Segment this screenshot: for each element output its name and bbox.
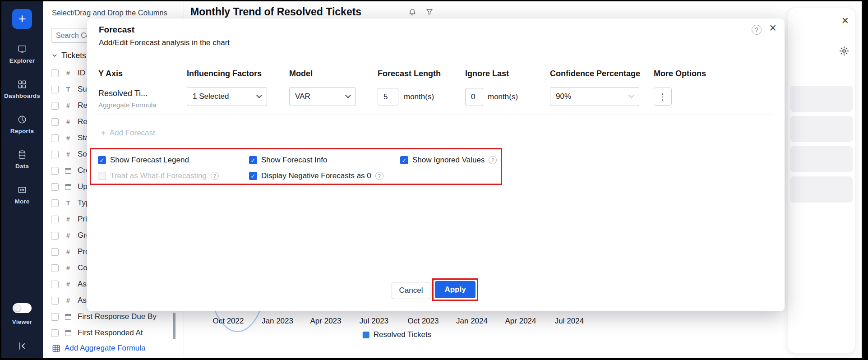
number-icon: #	[63, 151, 73, 158]
column-header: Forecast Length	[378, 69, 441, 78]
column-checkbox[interactable]	[51, 86, 59, 93]
settings-item-placeholder[interactable]	[790, 86, 853, 112]
sidebar-item-reports[interactable]: Reports	[4, 115, 40, 134]
checkbox[interactable]	[98, 172, 106, 180]
help-icon[interactable]: ?	[211, 172, 219, 180]
column-checkbox[interactable]	[51, 167, 59, 175]
column-checkbox[interactable]	[51, 313, 59, 321]
column-label: Up	[78, 182, 88, 191]
help-icon[interactable]: ?	[375, 172, 383, 180]
more-icon	[17, 185, 27, 195]
settings-item-placeholder[interactable]	[790, 176, 853, 203]
sidebar-item-label: More	[14, 198, 29, 205]
column-label: Re	[78, 101, 88, 110]
forecast-length-unit: month(s)	[404, 92, 434, 102]
column-checkbox[interactable]	[51, 199, 59, 207]
dashboards-icon	[17, 79, 27, 89]
close-icon[interactable]: ×	[769, 22, 776, 34]
settings-item-placeholder[interactable]	[790, 116, 853, 142]
confidence-percentage-select[interactable]: 90%	[550, 87, 639, 106]
sidebar-item-explorer[interactable]: Explorer	[4, 44, 40, 64]
close-panel-icon[interactable]: ×	[842, 14, 849, 26]
column-checkbox[interactable]	[51, 297, 59, 305]
add-aggregate-formula-button[interactable]: Add Aggregate Formula	[43, 339, 183, 358]
legend-label: Resolved Tickets	[374, 330, 432, 339]
chevron-down-icon	[345, 92, 351, 98]
filter-icon[interactable]	[425, 8, 434, 18]
number-icon: #	[63, 69, 73, 77]
column-header: Model	[289, 69, 313, 78]
sidebar-nav: Explorer Dashboards Reports Data More	[4, 29, 40, 205]
column-header: More Options	[654, 69, 706, 78]
viewer-toggle[interactable]	[13, 303, 32, 313]
checkbox[interactable]: ✓	[400, 156, 408, 164]
forecast-option-3[interactable]: ✓ Show Ignored Values ?	[400, 155, 497, 166]
settings-panel-list	[790, 86, 853, 203]
column-checkbox[interactable]	[51, 118, 59, 126]
help-icon[interactable]: ?	[752, 25, 762, 35]
toggle-knob	[14, 305, 21, 312]
apply-button[interactable]: Apply	[435, 281, 476, 298]
column-checkbox[interactable]	[51, 248, 59, 256]
gear-icon[interactable]	[839, 46, 849, 58]
chevron-down-icon	[628, 92, 634, 98]
more-options-button[interactable]: ⋮	[654, 88, 672, 106]
column-label: As	[78, 280, 87, 289]
column-checkbox[interactable]	[51, 232, 59, 240]
influencing-factors-select[interactable]: 1 Selected	[187, 87, 267, 106]
column-checkbox[interactable]	[51, 102, 59, 110]
create-button[interactable]: +	[12, 9, 32, 29]
help-icon[interactable]: ?	[489, 156, 497, 164]
cancel-button[interactable]: Cancel	[392, 282, 430, 299]
column-checkbox[interactable]	[51, 216, 59, 223]
ignore-last-input[interactable]	[465, 88, 483, 106]
add-forecast-label: Add Forecast	[110, 129, 155, 138]
ignore-last-unit: month(s)	[488, 92, 518, 102]
column-label: First Responded At	[78, 328, 143, 337]
column-checkbox[interactable]	[51, 183, 59, 191]
column-checkbox[interactable]	[51, 151, 59, 158]
columns-panel-title: Select/Drag and Drop the Columns	[43, 1, 184, 17]
influencing-factors-value: 1 Selected	[193, 92, 229, 101]
sidebar-item-data[interactable]: Data	[4, 150, 40, 170]
x-axis-label: Apr 2024	[505, 317, 536, 326]
x-axis-label: Jan 2023	[262, 317, 293, 326]
x-axis-label: Jul 2024	[555, 317, 584, 326]
chart-title: Monthly Trend of Resolved Tickets	[190, 6, 361, 18]
column-checkbox[interactable]	[51, 69, 59, 77]
column-header: Ignore Last	[465, 69, 509, 78]
forecast-length-input[interactable]	[378, 88, 398, 106]
y-axis-cell: Resolved Ti... Aggregate Formula	[98, 89, 156, 109]
collapse-sidebar-icon[interactable]	[1, 342, 43, 351]
forecast-option-1[interactable]: ✓ Show Forecast Legend	[98, 155, 189, 166]
chevron-down-icon	[52, 53, 57, 58]
table-grid-icon	[52, 344, 60, 353]
settings-item-placeholder[interactable]	[790, 146, 853, 172]
sidebar-item-dashboards[interactable]: Dashboards	[4, 79, 40, 99]
confidence-value: 90%	[556, 92, 571, 101]
column-checkbox[interactable]	[51, 134, 59, 142]
column-checkbox[interactable]	[51, 281, 59, 288]
column-label: ID	[78, 69, 85, 78]
number-icon: #	[63, 118, 73, 125]
scrollbar[interactable]	[173, 313, 175, 341]
plus-icon: +	[101, 129, 106, 138]
modal-title: Forecast	[99, 25, 134, 35]
forecast-option-2[interactable]: ✓ Show Forecast Info	[249, 155, 327, 166]
sidebar-item-more[interactable]: More	[4, 185, 40, 205]
column-checkbox[interactable]	[51, 264, 59, 272]
column-checkbox[interactable]	[51, 329, 59, 337]
checkbox[interactable]: ✓	[249, 172, 257, 180]
add-forecast-button[interactable]: + Add Forecast	[101, 129, 155, 138]
modal-subtitle: Add/Edit Forecast analysis in the chart	[99, 38, 230, 47]
annotation-highlight: Apply	[432, 278, 478, 301]
forecast-option-5[interactable]: ✓ Display Negative Forecasts as 0 ?	[249, 171, 383, 181]
text-icon: T	[63, 199, 73, 207]
checkbox[interactable]: ✓	[249, 156, 257, 164]
column-label: Pri	[78, 215, 87, 224]
forecast-option-4[interactable]: Treat as What-if Forecasting ?	[98, 171, 219, 181]
bell-icon[interactable]	[408, 8, 416, 18]
model-select[interactable]: VAR	[289, 87, 356, 106]
checkbox[interactable]: ✓	[98, 156, 106, 164]
sidebar-item-label: Data	[15, 163, 29, 170]
